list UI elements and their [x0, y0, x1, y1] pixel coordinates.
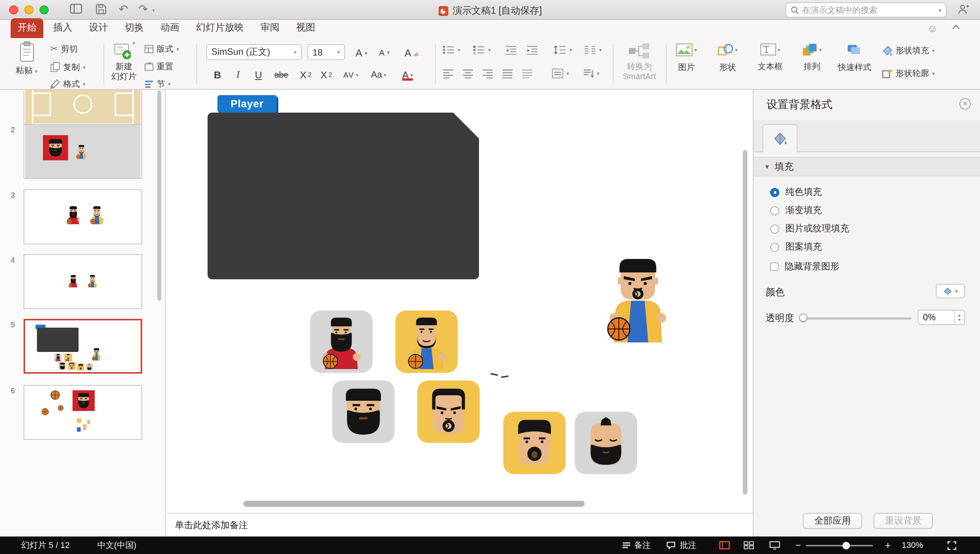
zoom-percentage[interactable]: 130% — [902, 536, 923, 554]
radio-icon[interactable] — [770, 224, 779, 233]
avatar-tile-bearded-face[interactable] — [332, 380, 395, 443]
slide-thumbnail-3[interactable] — [24, 190, 142, 244]
copy-button[interactable]: 复制 ▾ — [50, 62, 86, 72]
apply-to-all-button[interactable]: 全部应用 — [803, 513, 862, 529]
avatar-tile-goatee-face[interactable] — [417, 380, 480, 443]
shape-fill-dropdown-icon[interactable]: ▾ — [932, 48, 935, 53]
tab-animations[interactable]: 动画 — [154, 18, 186, 38]
comments-toggle[interactable]: 批注 — [680, 536, 697, 554]
slide-thumbnail-5-selected[interactable] — [24, 319, 142, 374]
tab-design[interactable]: 设计 — [82, 18, 115, 38]
picture-dropdown-icon[interactable]: ▾ — [694, 47, 697, 53]
tab-slideshow[interactable]: 幻灯片放映 — [189, 18, 250, 38]
shape-outline-dropdown-icon[interactable]: ▾ — [932, 71, 935, 76]
comments-icon[interactable] — [666, 541, 676, 549]
line-spacing-button[interactable]: ▾ — [554, 45, 572, 55]
feedback-smiley-icon[interactable]: ☺ — [927, 23, 937, 34]
slide-thumbnail-6[interactable] — [24, 385, 142, 440]
minimize-window-button[interactable] — [24, 5, 33, 14]
panel-close-icon[interactable]: ✕ — [959, 98, 971, 110]
player-title-shape[interactable]: Player — [218, 95, 277, 113]
slide-canvas[interactable]: Player 单击此处添加备注 — [167, 90, 752, 536]
slide-panel-scrollbar[interactable] — [158, 91, 161, 300]
align-right-button[interactable] — [482, 69, 493, 78]
toggle-sidebar-icon[interactable] — [70, 4, 82, 14]
gradient-fill-option[interactable]: 渐变填充 — [770, 204, 822, 217]
textbox-dropdown-icon[interactable]: ▾ — [777, 47, 780, 52]
small-dash-mark[interactable] — [490, 373, 498, 376]
language-indicator[interactable]: 中文(中国) — [97, 536, 137, 554]
copy-dropdown-icon[interactable]: ▾ — [83, 64, 86, 70]
slideshow-view-icon[interactable] — [769, 541, 780, 549]
zoom-window-button[interactable] — [40, 5, 49, 14]
radio-icon[interactable] — [770, 243, 779, 252]
collapse-ribbon-icon[interactable] — [952, 24, 960, 30]
redo-icon[interactable]: ↷ — [138, 3, 148, 14]
text-direction-button[interactable]: ▾ — [582, 69, 600, 78]
redo-dropdown-icon[interactable]: ▾ — [152, 8, 155, 13]
zoom-slider-thumb[interactable] — [842, 542, 850, 549]
columns-button[interactable]: ▾ — [584, 45, 602, 55]
increase-indent-button[interactable] — [526, 45, 538, 55]
character-spacing-button[interactable]: AV▾ — [342, 67, 360, 82]
avatar-tile-red-jersey-player[interactable] — [310, 310, 372, 373]
font-color-button[interactable]: A▾ — [398, 67, 417, 82]
save-icon[interactable] — [96, 4, 107, 14]
close-window-button[interactable] — [9, 5, 18, 14]
shape-outline-button[interactable]: 形状轮廓 ▾ — [882, 69, 935, 78]
slide-thumbnail-4[interactable] — [24, 254, 142, 309]
justify-button[interactable] — [502, 69, 513, 78]
tab-review[interactable]: 审阅 — [253, 18, 286, 38]
horizontal-scrollbar[interactable] — [243, 501, 585, 507]
picture-texture-fill-option[interactable]: 图片或纹理填充 — [770, 222, 849, 235]
slide-thumbnail-2[interactable] — [24, 124, 142, 179]
superscript-button[interactable]: X2 — [296, 67, 315, 82]
search-dropdown-icon[interactable]: ▾ — [939, 7, 941, 13]
arrange-dropdown-icon[interactable]: ▾ — [819, 47, 821, 53]
picture-button[interactable]: ▾ 图片 — [672, 43, 701, 72]
tab-insert[interactable]: 插入 — [46, 18, 79, 38]
font-name-dropdown-icon[interactable]: ▾ — [294, 49, 296, 55]
transparency-slider-thumb[interactable] — [799, 313, 807, 322]
reset-button[interactable]: 重置 — [145, 62, 173, 71]
clear-formatting-button[interactable]: A — [403, 45, 421, 60]
radio-selected-icon[interactable] — [770, 188, 779, 197]
paste-dropdown-icon[interactable]: ▾ — [35, 69, 38, 74]
convert-to-smartart-button[interactable]: 转换为SmartArt — [617, 43, 662, 81]
notes-placeholder[interactable]: 单击此处添加备注 — [175, 519, 248, 532]
font-size-combo[interactable]: 18▾ — [307, 44, 345, 60]
font-name-combo[interactable]: SimSun (正文)▾ — [206, 44, 302, 60]
share-person-icon[interactable] — [957, 4, 969, 14]
dark-rounded-shape[interactable] — [208, 113, 479, 279]
textbox-button[interactable]: ▾ 文本框 — [752, 43, 788, 71]
distribute-text-button[interactable] — [522, 69, 533, 78]
slide-sorter-view-icon[interactable] — [743, 541, 754, 549]
reset-background-button[interactable]: 重设背景 — [873, 513, 933, 529]
italic-button[interactable]: I — [229, 67, 247, 82]
new-slide-dropdown-icon[interactable]: ▾ — [132, 40, 135, 46]
shapes-dropdown-icon[interactable]: ▾ — [735, 47, 737, 53]
radio-icon[interactable] — [770, 206, 779, 215]
bullets-button[interactable]: ▾ — [442, 45, 460, 55]
hide-background-graphics-option[interactable]: 隐藏背景图形 — [770, 260, 839, 273]
section-button[interactable]: 节 ▾ — [145, 79, 171, 89]
increase-font-button[interactable]: A▲ — [353, 45, 371, 60]
change-case-button[interactable]: Aa▾ — [369, 67, 388, 82]
checkbox-icon[interactable] — [770, 263, 778, 271]
undo-icon[interactable]: ↶ — [119, 3, 128, 14]
decrease-font-button[interactable]: A▼ — [375, 45, 394, 60]
solid-fill-option[interactable]: 纯色填充 — [770, 186, 822, 199]
format-painter-button[interactable]: 格式 ▾ — [50, 79, 86, 89]
tab-transitions[interactable]: 切换 — [118, 18, 151, 38]
strikethrough-button[interactable]: abe — [270, 67, 293, 82]
fill-tab[interactable] — [762, 124, 797, 152]
arrange-button[interactable]: ▾ 排列 — [797, 43, 827, 71]
subscript-button[interactable]: X2 — [317, 67, 335, 82]
new-slide-button[interactable]: ▾ 新建幻灯片 — [107, 40, 142, 81]
section-dropdown-icon[interactable]: ▾ — [168, 81, 171, 87]
quick-styles-button[interactable]: 快速样式 — [835, 43, 874, 72]
avatar-tile-mohawk-face[interactable] — [575, 412, 637, 474]
zoom-in-button[interactable]: + — [885, 536, 891, 554]
tab-view[interactable]: 视图 — [289, 18, 322, 38]
shapes-button[interactable]: ▾ 形状 — [713, 43, 742, 72]
